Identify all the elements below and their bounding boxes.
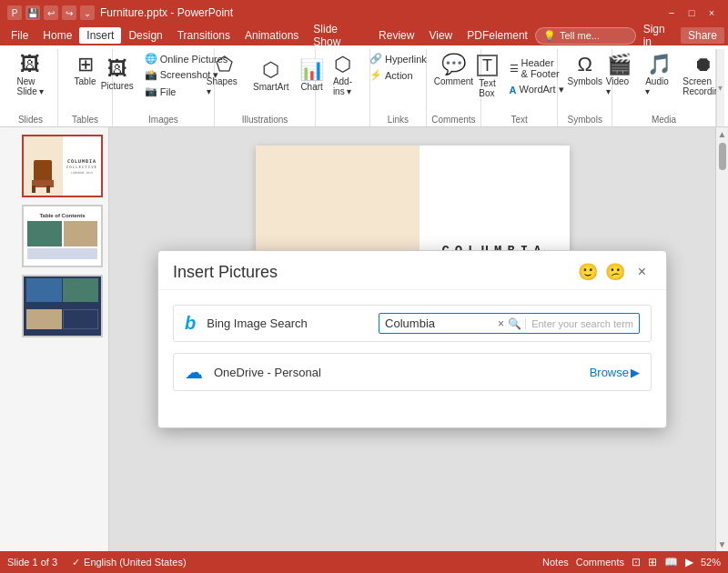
symbols-label: Symbols <box>568 76 602 86</box>
smartart-label: SmartArt <box>253 82 288 92</box>
addins-label: Add-ins ▾ <box>333 76 352 96</box>
table-label: Table <box>75 76 96 86</box>
close-button[interactable]: × <box>703 4 721 22</box>
bing-search-icon[interactable]: 🔍 <box>508 317 521 330</box>
menu-insert[interactable]: Insert <box>79 27 121 44</box>
dialog-close-button[interactable]: × <box>632 262 652 282</box>
slide-panel: 1 COLUMBIA COLLECTIVE <box>0 127 109 551</box>
action-label: Action <box>385 70 413 81</box>
slide-thumb-2[interactable]: Table of Contents <box>22 205 103 267</box>
ribbon: 🖼 NewSlide ▾ Slides ⊞ Table Tables 🖼 Pic… <box>0 45 728 127</box>
ribbon-group-images: 🖼 Pictures 🌐 Online Pictures 📸 Screensho… <box>113 49 215 126</box>
pictures-label: Pictures <box>101 81 134 91</box>
share-button[interactable]: Share <box>681 27 724 44</box>
menu-pdfelement[interactable]: PDFelement <box>460 27 535 44</box>
status-bar: Slide 1 of 3 ✓ English (United States) N… <box>0 551 728 573</box>
minimize-button[interactable]: − <box>662 4 681 22</box>
signin-button[interactable]: Sign in <box>643 23 673 48</box>
bing-clear-icon[interactable]: × <box>498 317 504 330</box>
slide-thumbnail-2[interactable]: 2 Table of Contents <box>5 205 103 267</box>
slide-thumb-img-1: COLUMBIA COLLECTIVE LOOKBOOK 2019 <box>24 136 101 196</box>
view-normal-icon[interactable]: ⊡ <box>632 556 641 568</box>
new-slide-button[interactable]: 🖼 NewSlide ▾ <box>11 51 49 100</box>
screenshot-icon: 📸 <box>145 69 157 81</box>
status-left: Slide 1 of 3 ✓ English (United States) <box>7 557 187 568</box>
notes-button[interactable]: Notes <box>542 557 569 568</box>
slide-thumb-3[interactable] <box>22 275 103 337</box>
bing-icon: b <box>185 313 196 334</box>
tables-group-label: Tables <box>72 113 98 125</box>
ribbon-group-illustrations: ⬠ Shapes ▾ ⬡ SmartArt 📊 Chart Illustrati… <box>215 49 316 126</box>
textbox-icon: T <box>477 55 498 76</box>
illustrations-group-label: Illustrations <box>242 113 288 125</box>
comments-group-label: Comments <box>431 113 475 125</box>
slide-thumbnail-3[interactable]: 3 <box>5 275 103 337</box>
onedrive-label: OneDrive - Personal <box>214 366 579 379</box>
menu-animations[interactable]: Animations <box>238 27 306 44</box>
dialog-footer <box>158 406 666 427</box>
redo-icon[interactable]: ↪ <box>62 5 76 20</box>
slide-thumb-img-2: Table of Contents <box>24 206 101 266</box>
photo-album-label: File <box>160 86 177 97</box>
media-group-label: Media <box>652 113 676 125</box>
wordart-icon: A <box>510 85 517 96</box>
shapes-button[interactable]: ⬠ Shapes ▾ <box>201 51 248 100</box>
menu-design[interactable]: Design <box>121 27 169 44</box>
app-icon: P <box>7 5 22 20</box>
slides-group-label: Slides <box>18 113 43 125</box>
status-right: Notes Comments ⊡ ⊞ 📖 ▶ 52% <box>542 556 721 568</box>
view-slideshow-icon[interactable]: ▶ <box>685 556 693 568</box>
dialog-overlay: Insert Pictures 🙂 😕 × b Bing Image Searc… <box>109 127 715 551</box>
bing-search-input[interactable] <box>385 317 494 330</box>
header-footer-icon: ☰ <box>510 63 519 75</box>
view-reading-icon[interactable]: 📖 <box>664 556 678 568</box>
view-slide-sorter-icon[interactable]: ⊞ <box>648 556 657 568</box>
smartart-button[interactable]: ⬡ SmartArt <box>248 56 293 96</box>
slide-thumbnail-1[interactable]: 1 COLUMBIA COLLECTIVE <box>5 135 103 197</box>
pictures-icon: 🖼 <box>107 59 127 79</box>
video-button[interactable]: 🎬 Video ▾ <box>601 51 638 100</box>
browse-button[interactable]: Browse ▶ <box>590 366 640 379</box>
menu-file[interactable]: File <box>4 27 35 44</box>
slide-thumb-1[interactable]: COLUMBIA COLLECTIVE LOOKBOOK 2019 <box>22 135 103 197</box>
hyperlink-label: Hyperlink <box>385 54 427 65</box>
ribbon-group-addins: ⬡ Add-ins ▾ <box>316 49 370 126</box>
addins-icon: ⬡ <box>334 55 351 75</box>
window-title: Furniture.pptx - PowerPoint <box>100 6 233 19</box>
customize-icon[interactable]: ⌄ <box>80 5 95 20</box>
action-button[interactable]: ⚡ Action <box>366 67 430 83</box>
dialog-body: b Bing Image Search × 🔍 Enter your searc… <box>158 290 666 406</box>
language-indicator: ✓ English (United States) <box>72 557 187 568</box>
ribbon-addins-buttons: ⬡ Add-ins ▾ <box>326 51 359 100</box>
browse-label: Browse <box>590 366 629 379</box>
pictures-button[interactable]: 🖼 Pictures <box>96 55 139 95</box>
menu-review[interactable]: Review <box>371 27 421 44</box>
ribbon-media-buttons: 🎬 Video ▾ 🎵 Audio ▾ ⏺ ScreenRecording <box>601 51 728 100</box>
sad-face-icon[interactable]: 😕 <box>605 262 625 282</box>
save-icon[interactable]: 💾 <box>25 5 40 20</box>
slide-thumb-img-3 <box>24 276 101 336</box>
comments-button[interactable]: Comments <box>576 557 624 568</box>
main-scrollbar-v[interactable]: ▲ ▼ <box>715 127 728 551</box>
ribbon-group-links: 🔗 Hyperlink ⚡ Action Links <box>370 49 427 126</box>
menu-slideshow[interactable]: Slide Show <box>306 21 371 50</box>
textbox-button[interactable]: T TextBox <box>471 51 504 102</box>
links-col: 🔗 Hyperlink ⚡ Action <box>366 51 430 83</box>
audio-button[interactable]: 🎵 Audio ▾ <box>640 51 678 100</box>
bing-search-box[interactable]: × 🔍 Enter your search term <box>379 313 640 334</box>
tell-me-box[interactable]: 💡 Tell me... <box>535 27 636 45</box>
menu-view[interactable]: View <box>421 27 460 44</box>
addins-button[interactable]: ⬡ Add-ins ▾ <box>326 51 359 100</box>
new-slide-label: NewSlide ▾ <box>16 76 44 96</box>
shapes-icon: ⬠ <box>216 55 233 75</box>
menu-home[interactable]: Home <box>35 27 79 44</box>
ribbon-slides-buttons: 🖼 NewSlide ▾ <box>11 51 49 100</box>
happy-face-icon[interactable]: 🙂 <box>578 262 598 282</box>
comment-label: Comment <box>434 76 473 86</box>
browse-arrow-icon: ▶ <box>631 366 640 379</box>
ribbon-links-buttons: 🔗 Hyperlink ⚡ Action <box>366 51 430 83</box>
maximize-button[interactable]: □ <box>682 4 701 22</box>
undo-icon[interactable]: ↩ <box>44 5 58 20</box>
hyperlink-button[interactable]: 🔗 Hyperlink <box>366 51 430 66</box>
menu-transitions[interactable]: Transitions <box>170 27 238 44</box>
